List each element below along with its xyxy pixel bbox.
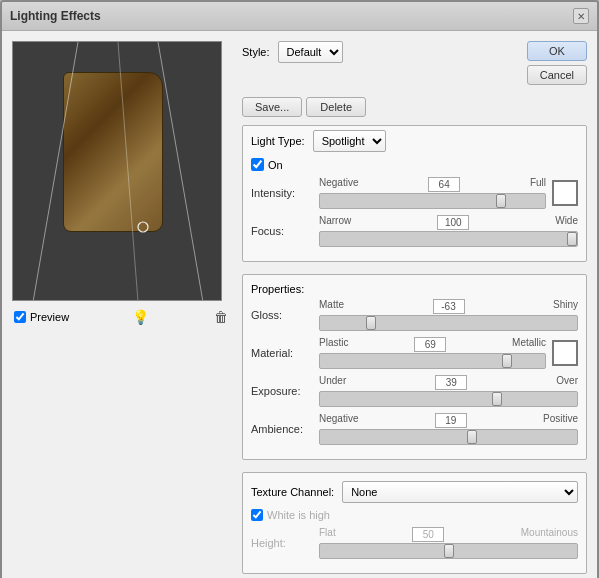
exposure-min-label: Under: [319, 375, 346, 390]
focus-max-label: Wide: [555, 215, 578, 230]
exposure-row: Exposure: Under 39 Over: [251, 375, 578, 407]
material-minmax: Plastic 69 Metallic: [319, 337, 546, 352]
preview-label: Preview: [30, 311, 69, 323]
material-max-label: Metallic: [512, 337, 546, 352]
ambience-value[interactable]: 19: [435, 413, 467, 428]
ambience-minmax: Negative 19 Positive: [319, 413, 578, 428]
intensity-max-label: Full: [530, 177, 546, 192]
light-bulb-icon[interactable]: 💡: [130, 307, 151, 327]
gloss-value[interactable]: -63: [433, 299, 465, 314]
gloss-max-label: Shiny: [553, 299, 578, 314]
ambience-slider-wrapper: Negative 19 Positive: [319, 413, 578, 445]
material-slider[interactable]: [319, 353, 546, 369]
gloss-minmax: Matte -63 Shiny: [319, 299, 578, 314]
svg-line-2: [118, 42, 138, 300]
gloss-row: Gloss: Matte -63 Shiny: [251, 299, 578, 331]
ok-button[interactable]: OK: [527, 41, 587, 61]
ambience-label: Ambience:: [251, 423, 319, 435]
ok-cancel-group: OK Cancel: [527, 41, 587, 85]
save-button[interactable]: Save...: [242, 97, 302, 117]
focus-label: Focus:: [251, 225, 319, 237]
style-label: Style:: [242, 46, 270, 58]
intensity-min-label: Negative: [319, 177, 358, 192]
ambience-min-label: Negative: [319, 413, 358, 428]
light-type-select[interactable]: Spotlight: [313, 130, 386, 152]
intensity-slider-wrapper: Negative 64 Full: [319, 177, 546, 209]
svg-point-3: [138, 222, 148, 232]
ambience-row: Ambience: Negative 19 Positive: [251, 413, 578, 445]
gloss-min-label: Matte: [319, 299, 344, 314]
texture-section: Texture Channel: None White is high Heig…: [242, 472, 587, 574]
properties-section: Properties: Gloss: Matte -63 Shiny: [242, 274, 587, 460]
material-value[interactable]: 69: [414, 337, 446, 352]
lighting-effects-dialog: Lighting Effects ✕: [0, 0, 599, 578]
gloss-slider[interactable]: [319, 315, 578, 331]
style-row: Style: Default: [242, 41, 343, 63]
right-panel: Style: Default OK Cancel Save... Delete: [242, 41, 587, 574]
close-button[interactable]: ✕: [573, 8, 589, 24]
height-label: Height:: [251, 537, 319, 549]
exposure-minmax: Under 39 Over: [319, 375, 578, 390]
dialog-title: Lighting Effects: [10, 9, 101, 23]
material-color-swatch[interactable]: [552, 340, 578, 366]
dialog-body: Preview 💡 🗑 Style: Default OK Cancel: [2, 31, 597, 578]
preview-checkbox-group[interactable]: Preview: [14, 311, 69, 323]
intensity-minmax: Negative 64 Full: [319, 177, 546, 192]
exposure-value[interactable]: 39: [435, 375, 467, 390]
white-is-high-row: White is high: [251, 509, 578, 521]
height-row: Height: Flat 50 Mountainous: [251, 527, 578, 559]
focus-slider-wrapper: Narrow 100 Wide: [319, 215, 578, 247]
material-min-label: Plastic: [319, 337, 348, 352]
height-slider-wrapper: Flat 50 Mountainous: [319, 527, 578, 559]
height-max-label: Mountainous: [521, 527, 578, 542]
exposure-slider-wrapper: Under 39 Over: [319, 375, 578, 407]
trash-icon[interactable]: 🗑: [212, 307, 230, 327]
gloss-slider-wrapper: Matte -63 Shiny: [319, 299, 578, 331]
focus-minmax: Narrow 100 Wide: [319, 215, 578, 230]
height-slider: [319, 543, 578, 559]
intensity-row: Intensity: Negative 64 Full: [251, 177, 578, 209]
height-value: 50: [412, 527, 444, 542]
intensity-value[interactable]: 64: [428, 177, 460, 192]
properties-label: Properties:: [251, 283, 304, 295]
exposure-max-label: Over: [556, 375, 578, 390]
title-bar: Lighting Effects ✕: [2, 2, 597, 31]
white-is-high-checkbox[interactable]: [251, 509, 263, 521]
material-row: Material: Plastic 69 Metallic: [251, 337, 578, 369]
focus-value[interactable]: 100: [437, 215, 469, 230]
gloss-label: Gloss:: [251, 309, 319, 321]
height-min-label: Flat: [319, 527, 336, 542]
intensity-slider[interactable]: [319, 193, 546, 209]
top-controls: Style: Default OK Cancel: [242, 41, 587, 85]
ambience-slider[interactable]: [319, 429, 578, 445]
svg-line-1: [158, 42, 203, 300]
focus-row: Focus: Narrow 100 Wide: [251, 215, 578, 247]
material-slider-wrapper: Plastic 69 Metallic: [319, 337, 546, 369]
svg-line-0: [33, 42, 78, 300]
height-minmax: Flat 50 Mountainous: [319, 527, 578, 542]
focus-min-label: Narrow: [319, 215, 351, 230]
on-label: On: [268, 159, 283, 171]
light-type-label: Light Type:: [251, 135, 305, 147]
preview-checkbox[interactable]: [14, 311, 26, 323]
exposure-label: Exposure:: [251, 385, 319, 397]
on-checkbox-row: On: [251, 158, 578, 171]
left-panel: Preview 💡 🗑: [12, 41, 232, 574]
spotlight-overlay: [13, 42, 221, 300]
focus-slider[interactable]: [319, 231, 578, 247]
ambience-max-label: Positive: [543, 413, 578, 428]
save-delete-row: Save... Delete: [242, 97, 587, 117]
texture-channel-select[interactable]: None: [342, 481, 578, 503]
white-is-high-label: White is high: [267, 509, 330, 521]
intensity-label: Intensity:: [251, 187, 319, 199]
exposure-slider[interactable]: [319, 391, 578, 407]
style-select[interactable]: Default: [278, 41, 343, 63]
preview-controls: Preview 💡 🗑: [12, 307, 232, 327]
cancel-button[interactable]: Cancel: [527, 65, 587, 85]
intensity-color-swatch[interactable]: [552, 180, 578, 206]
texture-channel-label: Texture Channel:: [251, 486, 334, 498]
preview-area: [12, 41, 222, 301]
on-checkbox[interactable]: [251, 158, 264, 171]
delete-button[interactable]: Delete: [306, 97, 366, 117]
light-type-section: Light Type: Spotlight On Intensity: Nega…: [242, 125, 587, 262]
